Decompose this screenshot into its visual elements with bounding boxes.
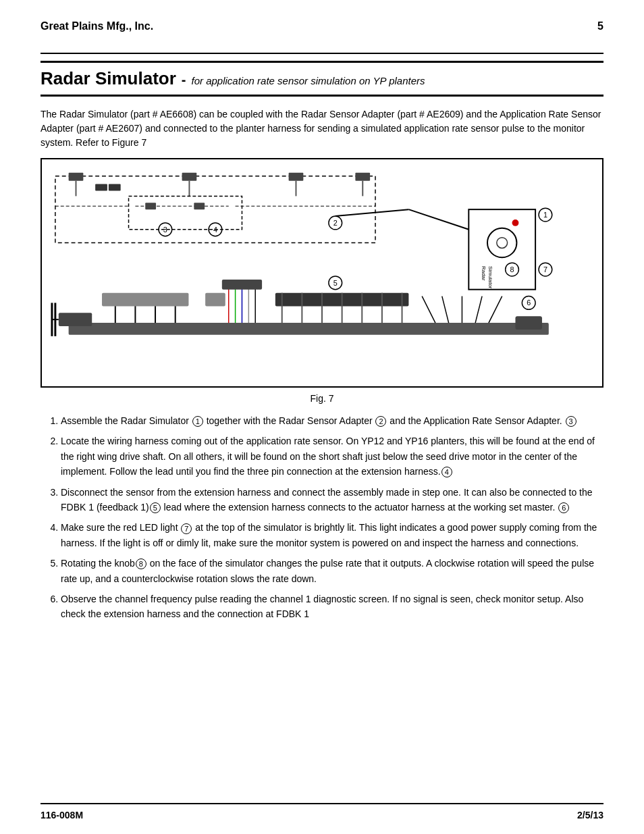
figure-7-svg: 3 4 2 Radar Simulator 1 7: [49, 166, 595, 380]
svg-rect-23: [468, 209, 535, 290]
svg-text:3: 3: [163, 226, 167, 234]
instruction-1: Assemble the Radar Simulator 1 together …: [61, 413, 603, 428]
svg-rect-9: [355, 173, 370, 181]
page-wrapper: Great Plains Mfg., Inc. 5 Radar Simulato…: [0, 0, 644, 834]
instruction-4: Make sure the red LED light 7 at the top…: [61, 520, 603, 550]
svg-text:6: 6: [527, 298, 531, 307]
circle-3: 3: [566, 416, 576, 427]
circle-6: 6: [558, 502, 569, 513]
svg-rect-14: [129, 196, 242, 229]
section-dash: -: [182, 72, 186, 88]
instruction-4-text-before: Make sure the red LED light: [61, 522, 180, 533]
svg-rect-3: [95, 184, 107, 191]
svg-text:8: 8: [510, 265, 514, 273]
instruction-5: Rotating the knob8 on the face of the si…: [61, 556, 603, 586]
company-name: Great Plains Mfg., Inc.: [41, 20, 153, 32]
circle-8: 8: [136, 558, 146, 569]
section-title-bar: Radar Simulator - for application rate s…: [41, 61, 603, 97]
svg-text:4: 4: [213, 226, 217, 234]
instruction-3: Disconnect the sensor from the extension…: [61, 485, 603, 515]
svg-point-25: [497, 238, 508, 249]
svg-rect-4: [109, 184, 121, 191]
instruction-1-text-before: Assemble the Radar Simulator: [61, 415, 192, 426]
instruction-3-text-mid: lead where the extension harness connect…: [161, 502, 558, 513]
svg-line-58: [422, 296, 435, 323]
figure-7-container: 3 4 2 Radar Simulator 1 7: [41, 158, 603, 388]
page-footer: 116-008M 2/5/13: [41, 803, 603, 820]
svg-rect-37: [69, 323, 549, 335]
svg-text:5: 5: [333, 279, 338, 287]
svg-line-35: [408, 209, 468, 230]
circle-5: 5: [150, 502, 161, 513]
svg-line-59: [442, 296, 449, 323]
page-header: Great Plains Mfg., Inc. 5: [41, 20, 603, 32]
footer-date: 2/5/13: [577, 810, 603, 820]
intro-text: The Radar Simulator (part # AE6608) can …: [41, 107, 603, 150]
page-number: 5: [597, 20, 603, 32]
instruction-6: Observe the channel frequency pulse read…: [61, 592, 603, 622]
section-title: Radar Simulator: [41, 68, 176, 89]
circle-4: 4: [441, 467, 452, 477]
svg-rect-15: [145, 203, 156, 209]
svg-point-24: [487, 228, 516, 257]
svg-point-26: [512, 219, 519, 226]
part-number: 116-008M: [41, 810, 83, 820]
svg-text:1: 1: [543, 211, 547, 219]
svg-line-61: [475, 296, 482, 323]
instruction-1-text-mid2: and the Application Rate Sensor Adapter.: [387, 415, 564, 426]
svg-rect-42: [102, 293, 188, 307]
instruction-1-text-mid1: together with the Radar Sensor Adapter: [204, 415, 375, 426]
circle-1: 1: [192, 416, 203, 427]
svg-rect-43: [205, 293, 225, 307]
instruction-6-text: Observe the channel frequency pulse read…: [61, 594, 583, 619]
instruction-2: Locate the wiring harness coming out of …: [61, 434, 603, 479]
instructions-list: Assemble the Radar Simulator 1 together …: [41, 413, 603, 622]
svg-text:7: 7: [543, 265, 547, 273]
circle-7: 7: [181, 523, 192, 534]
svg-text:2: 2: [333, 219, 338, 227]
svg-text:Radar: Radar: [481, 266, 487, 281]
circle-2: 2: [375, 416, 386, 427]
svg-line-36: [336, 209, 409, 216]
svg-rect-7: [289, 173, 304, 181]
svg-text:Simulator: Simulator: [487, 266, 493, 289]
instruction-5-text-before: Rotating the knob: [61, 558, 135, 569]
svg-line-62: [489, 296, 502, 323]
svg-rect-49: [222, 280, 262, 290]
instruction-2-text: Locate the wiring harness coming out of …: [61, 436, 595, 477]
svg-rect-5: [182, 173, 197, 181]
svg-rect-68: [59, 313, 92, 326]
section-subtitle: for application rate sensor simulation o…: [192, 75, 425, 86]
top-divider: [41, 53, 603, 54]
svg-rect-63: [515, 316, 542, 330]
svg-rect-16: [194, 203, 205, 209]
svg-rect-1: [69, 173, 84, 181]
figure-caption: Fig. 7: [41, 393, 603, 404]
